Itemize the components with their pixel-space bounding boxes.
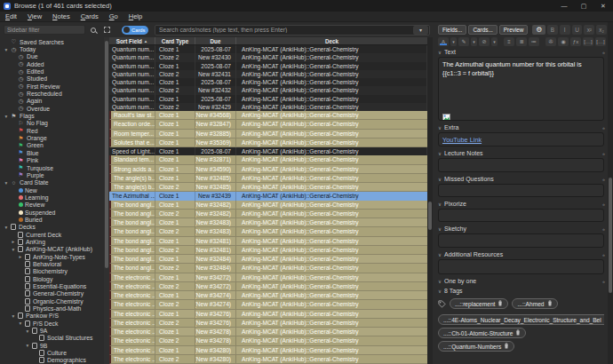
field-input-extra[interactable]: YouTube Link [438, 132, 604, 146]
cards-notes-toggle[interactable]: Cards [122, 26, 148, 35]
collapse-field-icon[interactable]: ∨ [438, 125, 442, 131]
equation-icon[interactable]: ƒx [570, 37, 581, 46]
column-header-deck[interactable]: Deck [236, 37, 427, 44]
html-editor-icon[interactable]: ‹› [602, 151, 604, 156]
table-row[interactable]: The bond angl...Cloze 2(New #32481)AnKin… [109, 246, 427, 255]
sidebar-item-p-s-deck[interactable]: ▾P/S Deck [0, 320, 104, 327]
indent-icon[interactable]: ≔ [529, 37, 539, 46]
editor-scrollbar[interactable] [608, 22, 613, 364]
preview-button[interactable]: Preview [499, 25, 529, 35]
field-input-text[interactable]: The Azimuthal quantum number for this or… [438, 57, 604, 121]
ordered-list-icon[interactable]: ≣ [516, 37, 527, 46]
sidebar-item-due[interactable]: ◷Due [0, 53, 104, 60]
sidebar-item-orange[interactable]: ⚑Orange [0, 134, 104, 141]
tag-pill[interactable]: ...::4E-Atoms_Nuclear_Decay_Electronic_S… [438, 314, 604, 325]
html-editor-icon[interactable]: ‹› [602, 50, 604, 55]
text-color-dropdown-icon[interactable]: ▾ [450, 37, 457, 46]
table-row[interactable]: The electronic ...Cloze 1(New #34280)AnK… [109, 346, 427, 355]
table-row[interactable]: The electronic ...Cloze 2(New #34278)AnK… [109, 336, 427, 345]
collapse-field-icon[interactable]: ∨ [438, 177, 442, 182]
table-row[interactable]: The Azimuthal ...Cloze 1New #32439AnKing… [109, 192, 427, 200]
menu-cards[interactable]: Cards [76, 12, 104, 20]
table-row[interactable]: The electronic ...Cloze 2(New #34280)AnK… [109, 355, 427, 364]
chevron-right-icon[interactable]: ▸ [10, 239, 17, 244]
delete-tag-icon[interactable] [515, 329, 521, 336]
bold-button[interactable]: B [547, 25, 558, 35]
sidebar-item-studied[interactable]: ◷Studied [0, 75, 104, 83]
table-row[interactable]: Quantum num...Cloze 12025-08-07AnKing-MC… [109, 45, 427, 53]
field-header-sketchy[interactable]: ∨Sketchy‹› [438, 224, 604, 233]
unordered-list-icon[interactable]: ≡ [504, 37, 514, 46]
table-row[interactable]: Quantum num...Cloze 12025-08-07AnKing-MC… [109, 62, 427, 70]
cloze-deletion-icon[interactable]: […] [583, 37, 593, 46]
search-history-button[interactable]: ▾ [413, 26, 428, 35]
sidebar-item-again[interactable]: ◷Again [0, 98, 104, 105]
editor-scrollbar-handle[interactable] [609, 178, 612, 293]
field-header-text[interactable]: ∨Text‹› [438, 47, 604, 57]
sidebar-item-saved-searches[interactable]: ♡Saved Searches [0, 38, 104, 45]
sidebar-item-culture[interactable]: Culture [0, 349, 104, 356]
delete-tag-icon[interactable] [504, 343, 509, 350]
table-row[interactable]: Quantum num...Cloze 12025-08-07AnKing-MC… [109, 95, 427, 103]
table-row[interactable]: The electronic ...Cloze 2(New #34274)AnK… [109, 300, 427, 309]
sidebar-item-overdue[interactable]: ◷Overdue [0, 105, 104, 112]
sidebar-item-rescheduled[interactable]: ◷Rescheduled [0, 90, 104, 97]
sidebar-item-current-deck[interactable]: Current Deck [0, 231, 104, 238]
sidebar-item-purple[interactable]: ⚑Purple [0, 171, 104, 178]
youtube-link[interactable]: YouTube Link [442, 136, 482, 144]
table-row[interactable]: Strong acids a...Cloze 1(New #34590)AnKi… [109, 165, 427, 174]
menu-view[interactable]: View [22, 12, 47, 20]
field-header-one-by-one[interactable]: ∨One by one‹› [438, 276, 604, 286]
chevron-down-icon[interactable]: ▾ [10, 313, 17, 319]
collapse-field-icon[interactable]: ∨ [438, 279, 442, 284]
close-button[interactable]: ✕ [593, 0, 613, 12]
sidebar-item-general-chemistry[interactable]: General-Chemistry [0, 290, 104, 297]
field-input-missed-questions[interactable] [438, 184, 604, 197]
table-row[interactable]: The bond angl...Cloze 1(New #32484)AnKin… [109, 255, 427, 264]
collapse-field-icon[interactable]: ∨ [438, 151, 442, 156]
table-row[interactable]: Quantum num...Cloze 2New #32430AnKing-MC… [109, 53, 427, 61]
table-row[interactable]: Reaction orde...Cloze 1(New #32847)AnKin… [109, 120, 427, 129]
chevron-down-icon[interactable]: ▾ [3, 47, 10, 52]
sidebar-item-flags[interactable]: ▾⚑Flags [0, 112, 104, 119]
html-editor-icon[interactable]: ‹› [602, 177, 604, 182]
highlight-color-icon[interactable]: ✎ [458, 37, 469, 46]
sidebar-item-review[interactable]: Review [0, 202, 104, 209]
table-row[interactable]: The bond angl...Cloze 1(New #32482)AnKin… [109, 201, 427, 210]
sidebar-item-biochemistry[interactable]: Biochemistry [0, 268, 104, 275]
sidebar-item-organic-chemistry[interactable]: Organic-Chemistry [0, 297, 104, 305]
table-row[interactable]: Quantum num...Cloze 2New #32431AnKing-MC… [109, 70, 427, 78]
attachment-icon[interactable]: ✇ [545, 37, 556, 46]
sidebar-select-button[interactable] [101, 25, 112, 36]
tag-pill[interactable]: ...::Ahmed [512, 298, 557, 309]
delete-tag-icon[interactable] [498, 300, 503, 307]
sidebar-item-suspended[interactable]: Suspended [0, 209, 104, 216]
subscript-button[interactable]: x₂ [596, 25, 607, 35]
sidebar-scrollbar[interactable] [104, 37, 109, 364]
cloze-deletion-alt-icon[interactable]: […] [595, 37, 606, 46]
table-row[interactable]: The angle(s) b...Cloze 2(New #32485)AnKi… [109, 183, 427, 192]
field-input-lecture-notes[interactable] [438, 158, 604, 172]
table-row[interactable]: The electronic ...Cloze 2(New #34272)AnK… [109, 282, 427, 291]
chevron-down-icon[interactable]: ▾ [10, 247, 17, 252]
collapse-field-icon[interactable]: ∨ [438, 50, 442, 55]
highlight-color-dropdown-icon[interactable]: ▾ [471, 37, 477, 46]
sidebar-item-added[interactable]: ◷Added [0, 60, 104, 67]
chevron-down-icon[interactable]: ▾ [24, 343, 31, 348]
field-header-lecture-notes[interactable]: ∨Lecture Notes‹› [438, 148, 604, 158]
table-row[interactable]: The bond angl...Cloze 2(New #32482)AnKin… [109, 210, 427, 218]
sidebar-item-behavioral[interactable]: Behavioral [0, 260, 104, 267]
chevron-down-icon[interactable]: ▾ [24, 328, 31, 334]
chevron-down-icon[interactable]: ▾ [3, 114, 10, 119]
table-row[interactable]: Speed of Light...Cloze 12025-08-07AnKing… [109, 147, 427, 155]
sidebar-item-buried[interactable]: Buried [0, 216, 104, 223]
delete-tag-icon[interactable] [547, 300, 553, 307]
table-row[interactable]: The electronic ...Cloze 1(New #34272)AnK… [109, 273, 427, 282]
tag-pill[interactable]: ...::replacement [450, 298, 508, 309]
table-row[interactable]: Room temper...Cloze 1(New #32885)AnKing-… [109, 130, 427, 138]
sidebar-item-9b[interactable]: ▾9B [0, 342, 104, 349]
sidebar-item-red[interactable]: ⚑Red [0, 127, 104, 134]
menu-edit[interactable]: Edit [0, 12, 22, 20]
menu-help[interactable]: Help [123, 12, 147, 20]
table-row[interactable]: The electronic ...Cloze 1(New #34278)AnK… [109, 328, 427, 336]
